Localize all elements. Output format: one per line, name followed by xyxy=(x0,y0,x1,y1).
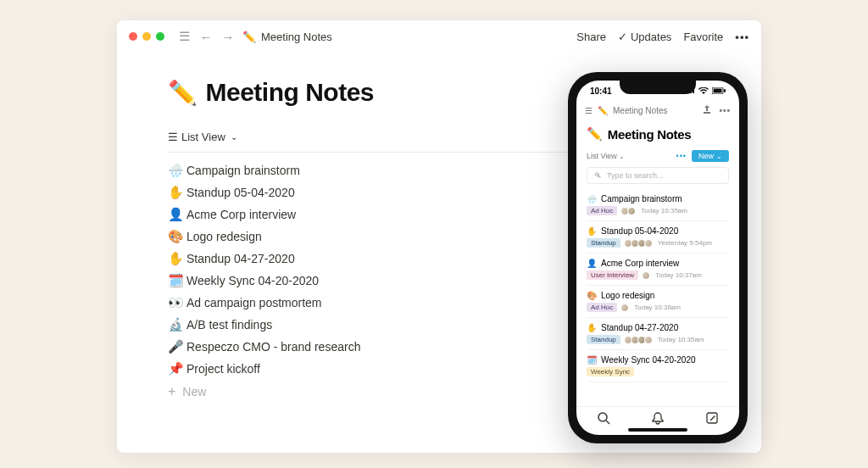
view-more-icon[interactable]: ••• xyxy=(676,152,687,160)
svg-rect-2 xyxy=(724,89,726,92)
minimize-icon[interactable] xyxy=(142,32,151,41)
pencil-icon: ✏️ xyxy=(598,106,608,115)
view-tab-list[interactable]: List View ⌄ xyxy=(587,152,625,160)
row-label: Project kickoff xyxy=(186,362,260,376)
list-item[interactable]: ✋Standup 05-04-2020StandupYesterday 5:54… xyxy=(587,221,729,254)
row-time: Today 10:37am xyxy=(655,271,702,279)
titlebar: ☰ ← → ✏️ Meeting Notes Share ✓ Updates F… xyxy=(117,20,761,53)
avatars xyxy=(643,271,650,280)
more-icon[interactable]: ••• xyxy=(735,31,749,43)
tag-badge: Standup xyxy=(587,335,620,344)
row-emoji-icon: 🗓️ xyxy=(168,273,186,288)
avatars xyxy=(622,207,636,215)
new-button[interactable]: New ⌄ xyxy=(692,150,729,162)
row-label: Logo redesign xyxy=(186,230,262,243)
chevron-down-icon: ⌄ xyxy=(716,153,722,160)
list-item[interactable]: 👤Acme Corp interviewUser InterviewToday … xyxy=(587,254,729,286)
avatar xyxy=(642,271,650,280)
phone-screen: 10:41 ☰ ✏️ Meeting Notes xyxy=(576,81,739,435)
breadcrumb-text: Meeting Notes xyxy=(261,31,332,43)
avatars xyxy=(626,239,653,248)
plus-icon: + xyxy=(168,385,175,398)
back-icon[interactable]: ← xyxy=(198,29,214,44)
share-icon[interactable] xyxy=(702,104,712,116)
avatars xyxy=(622,304,629,312)
row-emoji-icon: ✋ xyxy=(168,251,186,266)
row-emoji-icon: 🌧️ xyxy=(587,194,597,203)
notifications-tab-icon[interactable] xyxy=(651,411,665,428)
row-time: Yesterday 5:54pm xyxy=(658,239,712,247)
row-label: Weekly Sync 04-20-2020 xyxy=(601,355,696,365)
list-item[interactable]: 🌧️Campaign brainstormAd HocToday 10:35am xyxy=(587,189,729,221)
tag-badge: Standup xyxy=(587,238,620,248)
row-emoji-icon: 🔬 xyxy=(168,317,186,332)
row-time: Today 10:35am xyxy=(658,336,704,343)
close-icon[interactable] xyxy=(129,32,137,41)
row-emoji-icon: ✋ xyxy=(587,226,597,236)
row-label: Standup 04-27-2020 xyxy=(186,252,295,265)
list-item[interactable]: 🗓️Weekly Sync 04-20-2020Weekly Sync xyxy=(587,350,729,382)
forward-icon[interactable]: → xyxy=(220,29,236,44)
chevron-down-icon: ⌄ xyxy=(619,153,625,160)
avatar xyxy=(644,336,653,344)
pencil-icon: ✏️ xyxy=(168,79,198,107)
menu-icon[interactable]: ☰ xyxy=(176,29,192,44)
row-emoji-icon: 🎨 xyxy=(168,229,186,244)
tag-badge: Ad Hoc xyxy=(587,303,617,312)
row-label: Respeczo CMO - brand research xyxy=(186,340,360,354)
home-indicator xyxy=(628,428,687,432)
row-label: A/B test findings xyxy=(186,318,272,332)
updates-button[interactable]: ✓ Updates xyxy=(618,31,671,43)
row-emoji-icon: 👀 xyxy=(168,295,186,310)
chevron-down-icon: ⌄ xyxy=(231,132,237,142)
search-icon: 🔍︎ xyxy=(594,171,602,180)
row-emoji-icon: 📌 xyxy=(168,361,186,376)
tag-badge: Ad Hoc xyxy=(587,206,617,215)
maximize-icon[interactable] xyxy=(156,32,164,41)
breadcrumb-text[interactable]: Meeting Notes xyxy=(613,106,667,115)
row-time: Today 10:35am xyxy=(641,207,687,214)
list-item[interactable]: 🎨Logo redesignAd HocToday 10:38am xyxy=(587,286,729,318)
row-emoji-icon: 🗓️ xyxy=(587,355,597,365)
check-icon: ✓ xyxy=(618,31,627,43)
breadcrumb[interactable]: ✏️ Meeting Notes xyxy=(242,31,332,43)
status-time: 10:41 xyxy=(590,86,612,96)
pencil-icon: ✏️ xyxy=(587,126,603,142)
row-label: Acme Corp interview xyxy=(186,208,296,221)
compose-tab-icon[interactable] xyxy=(705,411,719,428)
phone-frame: 10:41 ☰ ✏️ Meeting Notes xyxy=(568,72,748,443)
search-input[interactable]: 🔍︎ Type to search... xyxy=(587,167,729,184)
window-controls xyxy=(129,32,164,41)
row-emoji-icon: 👤 xyxy=(587,259,597,268)
tag-badge: Weekly Sync xyxy=(587,367,634,376)
row-label: Standup 05-04-2020 xyxy=(601,226,678,236)
battery-icon xyxy=(712,87,726,94)
row-emoji-icon: 🌧️ xyxy=(168,163,186,178)
view-tab-list[interactable]: ☰ List View ⌄ xyxy=(168,127,237,147)
row-label: Campaign brainstorm xyxy=(601,194,682,203)
share-button[interactable]: Share xyxy=(576,31,606,43)
more-icon[interactable]: ••• xyxy=(719,106,731,115)
row-label: Logo redesign xyxy=(601,291,654,300)
mobile-page-title: ✏️ Meeting Notes xyxy=(576,121,739,150)
row-emoji-icon: 🎤 xyxy=(168,339,186,354)
avatar xyxy=(620,304,629,312)
pencil-icon: ✏️ xyxy=(242,31,256,43)
avatar xyxy=(644,239,653,248)
row-label: Standup 04-27-2020 xyxy=(601,323,678,332)
tag-badge: User Interview xyxy=(587,270,638,280)
mobile-header: ☰ ✏️ Meeting Notes ••• xyxy=(576,101,739,121)
mobile-view-toolbar: List View ⌄ ••• New ⌄ xyxy=(576,150,739,167)
favorite-button[interactable]: Favorite xyxy=(683,31,723,43)
row-label: Campaign brainstorm xyxy=(186,164,300,177)
search-tab-icon[interactable] xyxy=(597,411,610,428)
svg-rect-1 xyxy=(714,89,722,93)
list-icon: ☰ xyxy=(168,131,178,143)
row-emoji-icon: 👤 xyxy=(168,207,186,222)
avatars xyxy=(626,336,653,344)
phone-notch xyxy=(620,81,696,94)
menu-icon[interactable]: ☰ xyxy=(585,106,593,115)
list-item[interactable]: ✋Standup 04-27-2020StandupToday 10:35am xyxy=(587,318,729,350)
svg-point-3 xyxy=(598,413,607,421)
mobile-note-list: 🌧️Campaign brainstormAd HocToday 10:35am… xyxy=(576,189,739,406)
